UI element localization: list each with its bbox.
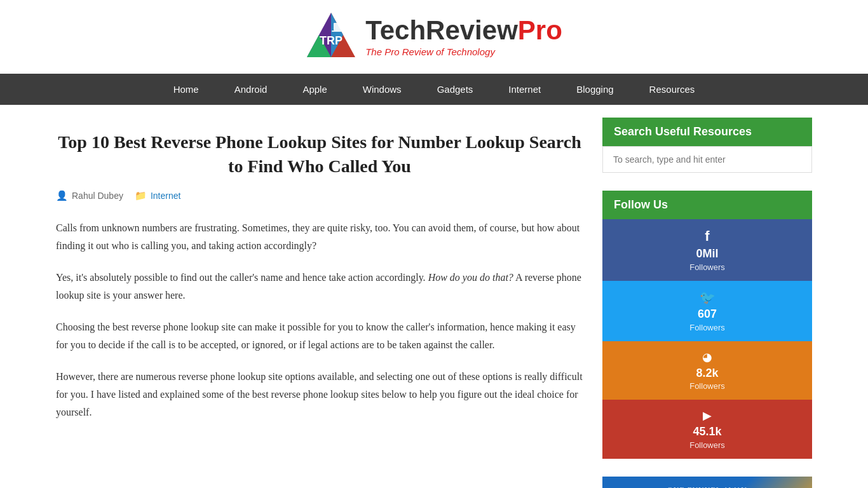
nav-blogging[interactable]: Blogging [559,74,631,105]
follow-widget: Follow Us f 0Mil Followers 🐦 607 Followe… [602,191,812,459]
nav-home[interactable]: Home [156,74,217,105]
search-widget-title: Search Useful Resources [602,118,812,146]
main-content: Top 10 Best Reverse Phone Lookup Sites f… [56,118,583,488]
rss-label: Followers [689,381,725,391]
svg-rect-6 [334,23,345,30]
follow-widget-title: Follow Us [602,191,812,219]
twitter-follow-button[interactable]: 🐦 607 Followers [602,281,812,341]
site-tagline: The Pro Review of Technology [365,46,562,57]
author-name: Rahul Dubey [72,191,123,201]
facebook-count: 0Mil [696,248,718,261]
search-widget: Search Useful Resources [602,118,812,173]
youtube-label: Followers [689,440,725,450]
article-category[interactable]: Internet [151,191,180,201]
twitter-count: 607 [698,308,717,321]
author-icon: 👤 [56,190,68,201]
nav-android[interactable]: Android [217,74,285,105]
page-wrapper: Top 10 Best Reverse Phone Lookup Sites f… [43,105,825,488]
sidebar: Search Useful Resources Follow Us f 0Mil… [602,118,812,488]
article-para-4: However, there are numerous reverse phon… [56,368,583,421]
article-para-1: Calls from unknown numbers are frustrati… [56,219,583,255]
youtube-icon: ▶ [703,409,712,423]
svg-text:TRP: TRP [320,34,342,47]
category-meta: 📁 Internet [135,190,180,201]
nav-apple[interactable]: Apple [285,74,344,105]
youtube-follow-button[interactable]: ▶ 45.1k Followers [602,400,812,459]
category-icon: 📁 [135,190,147,201]
challenge-sub: ONE FUNNEL AWAY [667,485,747,488]
site-title: TechReviewPro The Pro Review of Technolo… [365,17,562,57]
challenge-banner[interactable]: ONE FUNNEL AWAY CHALLENGE [602,477,812,488]
para2-italic: How do you do that? [428,272,513,283]
title-black: TechReview [365,15,518,45]
twitter-label: Followers [689,323,725,332]
svg-rect-7 [332,30,347,32]
social-buttons: f 0Mil Followers 🐦 607 Followers ◕ 8.2k … [602,219,812,459]
rss-count: 8.2k [696,367,718,380]
nav-resources[interactable]: Resources [632,74,713,105]
rss-follow-button[interactable]: ◕ 8.2k Followers [602,341,812,400]
para2-plain: Yes, it's absolutely possible to find ou… [56,272,428,283]
facebook-follow-button[interactable]: f 0Mil Followers [602,219,812,281]
facebook-icon: f [705,228,709,245]
nav-gadgets[interactable]: Gadgets [419,74,491,105]
nav-internet[interactable]: Internet [491,74,559,105]
article-para-3: Choosing the best reverse phone lookup s… [56,318,583,354]
article-meta: 👤 Rahul Dubey 📁 Internet [56,190,583,201]
search-input[interactable] [603,147,811,172]
main-nav: Home Android Apple Windows Gadgets Inter… [0,74,868,105]
nav-windows[interactable]: Windows [345,74,419,105]
site-header: TRP TechReviewPro The Pro Review of Tech… [0,0,868,74]
article-title: Top 10 Best Reverse Phone Lookup Sites f… [56,130,583,179]
youtube-count: 45.1k [693,426,721,438]
twitter-icon: 🐦 [700,290,715,305]
site-title-text: TechReviewPro [365,17,562,44]
title-red: Pro [518,15,562,45]
challenge-inner: ONE FUNNEL AWAY CHALLENGE [662,485,752,488]
article-para-2: Yes, it's absolutely possible to find ou… [56,269,583,304]
site-logo[interactable]: TRP TechReviewPro The Pro Review of Tech… [306,11,562,62]
rss-icon: ◕ [702,350,712,364]
logo-icon: TRP [306,11,356,62]
author-meta: 👤 Rahul Dubey [56,190,123,201]
search-box [602,146,812,173]
facebook-label: Followers [689,262,725,272]
article-body: Calls from unknown numbers are frustrati… [56,219,583,421]
